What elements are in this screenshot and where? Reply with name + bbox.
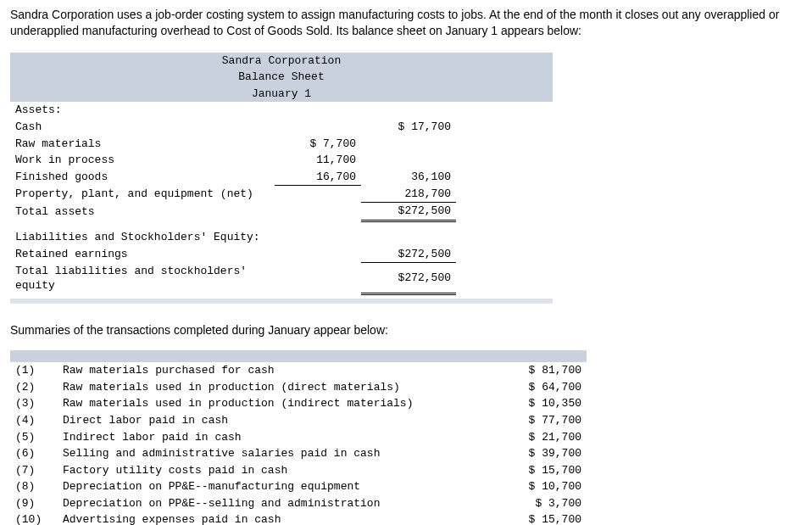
tx-amount: $ 10,700 (492, 478, 587, 495)
tx-number: (5) (10, 429, 58, 446)
assets-heading: Assets: (10, 102, 275, 119)
bs-title: Balance Sheet (10, 69, 553, 86)
fg-label: Finished goods (10, 169, 275, 186)
cash-label: Cash (10, 119, 275, 136)
balance-sheet-table: Sandra Corporation Balance Sheet January… (10, 53, 553, 296)
ppe-amount: 218,700 (361, 186, 456, 203)
tx-number: (10) (10, 511, 58, 525)
tx-label: Raw materials used in production (indire… (58, 395, 492, 412)
summary-intro: Summaries of the transactions completed … (10, 322, 802, 338)
raw-materials-label: Raw materials (10, 136, 275, 153)
raw-materials-amount: $ 7,700 (275, 136, 361, 153)
tx-row: (4)Direct labor paid in cash$ 77,700 (10, 412, 587, 429)
tx-amount: $ 77,700 (492, 412, 587, 429)
bs-company: Sandra Corporation (10, 53, 553, 70)
total-liab-amount: $272,500 (361, 263, 456, 294)
transactions-table: (1)Raw materials purchased for cash$ 81,… (10, 350, 587, 525)
tx-row: (1)Raw materials purchased for cash$ 81,… (10, 362, 587, 379)
tx-number: (8) (10, 478, 58, 495)
tx-amount: $ 15,700 (492, 462, 587, 479)
tx-number: (2) (10, 379, 58, 396)
tx-number: (1) (10, 362, 58, 379)
tx-label: Depreciation on PP&E--selling and admini… (58, 495, 492, 512)
tx-amount: $ 21,700 (492, 429, 587, 446)
tx-label: Depreciation on PP&E--manufacturing equi… (58, 478, 492, 495)
tx-amount: $ 64,700 (492, 379, 587, 396)
tx-row: (10)Advertising expenses paid in cash$ 1… (10, 511, 587, 525)
fg-amount: 16,700 (275, 169, 361, 186)
intro-paragraph: Sandra Corporation uses a job-order cost… (10, 7, 802, 39)
tx-label: Factory utility costs paid in cash (58, 462, 492, 479)
tx-row: (9)Depreciation on PP&E--selling and adm… (10, 495, 587, 512)
tx-number: (6) (10, 445, 58, 462)
cash-amount: $ 17,700 (361, 119, 456, 136)
scrollbar-hint (10, 299, 553, 304)
tx-row: (8)Depreciation on PP&E--manufacturing e… (10, 478, 587, 495)
tx-label: Selling and administrative salaries paid… (58, 445, 492, 462)
tx-label: Raw materials used in production (direct… (58, 379, 492, 396)
wip-amount: 11,700 (275, 152, 361, 169)
tx-row: (2)Raw materials used in production (dir… (10, 379, 587, 396)
retained-earnings-amount: $272,500 (361, 246, 456, 263)
tx-row: (6)Selling and administrative salaries p… (10, 445, 587, 462)
tx-number: (7) (10, 462, 58, 479)
tx-label: Direct labor paid in cash (58, 412, 492, 429)
total-liab-label: Total liabilities and stockholders' equi… (10, 263, 275, 294)
inventory-total: 36,100 (361, 169, 456, 186)
tx-row: (5)Indirect labor paid in cash$ 21,700 (10, 429, 587, 446)
tx-amount: $ 39,700 (492, 445, 587, 462)
tx-amount: $ 15,700 (492, 511, 587, 525)
tx-label: Raw materials purchased for cash (58, 362, 492, 379)
tx-header-bar (10, 350, 587, 362)
tx-amount: $ 3,700 (492, 495, 587, 512)
ppe-label: Property, plant, and equipment (net) (10, 186, 275, 203)
tx-number: (9) (10, 495, 58, 512)
tx-row: (3)Raw materials used in production (ind… (10, 395, 587, 412)
retained-earnings-label: Retained earnings (10, 246, 275, 263)
total-assets-label: Total assets (10, 203, 275, 221)
bs-date: January 1 (10, 86, 553, 103)
tx-number: (4) (10, 412, 58, 429)
tx-amount: $ 10,350 (492, 395, 587, 412)
tx-label: Indirect labor paid in cash (58, 429, 492, 446)
tx-amount: $ 81,700 (492, 362, 587, 379)
liab-heading: Liabilities and Stockholders' Equity: (10, 229, 553, 246)
tx-label: Advertising expenses paid in cash (58, 511, 492, 525)
wip-label: Work in process (10, 152, 275, 169)
tx-row: (7)Factory utility costs paid in cash$ 1… (10, 462, 587, 479)
total-assets-amount: $272,500 (361, 203, 456, 221)
tx-number: (3) (10, 395, 58, 412)
